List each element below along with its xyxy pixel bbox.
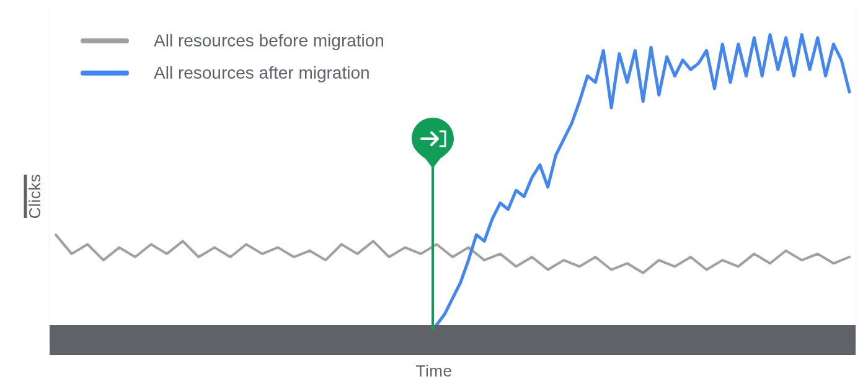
legend-item-after: All resources after migration <box>81 63 384 83</box>
x-axis-strike <box>50 325 856 355</box>
x-axis-label: Time <box>416 362 453 381</box>
y-axis-label-strike <box>24 175 27 218</box>
legend-label-after: All resources after migration <box>154 63 370 83</box>
chart-legend: All resources before migration All resou… <box>81 31 384 83</box>
line-series-before <box>56 235 849 273</box>
legend-swatch-before <box>81 38 129 43</box>
legend-swatch-after <box>81 71 129 76</box>
migration-marker-pin <box>412 118 454 168</box>
chart-area: All resources before migration All resou… <box>50 6 856 342</box>
y-axis-label: Clicks <box>25 173 45 218</box>
chart-card: All resources before migration All resou… <box>50 6 856 342</box>
legend-label-before: All resources before migration <box>154 31 384 51</box>
legend-item-before: All resources before migration <box>81 31 384 51</box>
